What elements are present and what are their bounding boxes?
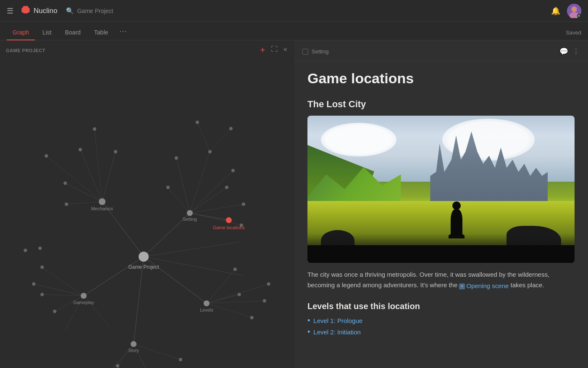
node-sm-18	[53, 310, 56, 313]
graph-svg[interactable]: Game Project Mechanics Setting Game loca…	[0, 40, 294, 368]
node-mechanics	[99, 199, 105, 205]
node-sm-6	[65, 203, 68, 206]
node-sm-22	[238, 293, 241, 296]
node-sm-13	[240, 223, 243, 227]
node-sm-4	[45, 154, 48, 158]
node-sm-5	[93, 127, 96, 131]
nav-tabs: Graph List Board Table ⋯ Saved	[0, 22, 588, 40]
node-story	[131, 341, 136, 347]
node-sm-17	[40, 265, 44, 269]
document-actions: 💬 ⋮	[559, 47, 580, 56]
levels-list: Level 1: Prologue Level 2: Initiation	[307, 316, 575, 336]
node-gameplay	[81, 293, 87, 299]
node-sm-24	[250, 316, 254, 319]
more-tabs-button[interactable]: ⋯	[116, 22, 130, 40]
more-options-button[interactable]: ⋮	[572, 47, 580, 56]
node-sm-20	[24, 249, 27, 252]
node-sm-1	[79, 148, 82, 151]
search-bar[interactable]: 🔍 Game Project	[66, 7, 113, 15]
opening-scene-link[interactable]: ≡ Opening scene	[459, 281, 509, 291]
avatar-status-dot	[577, 14, 581, 18]
search-icon: 🔍	[66, 7, 74, 15]
logo-text: Nuclino	[34, 7, 58, 15]
node-sm-3	[114, 150, 117, 154]
svg-rect-4	[0, 40, 294, 368]
node-sm-23	[263, 299, 266, 302]
search-text: Game Project	[77, 8, 113, 14]
main-content: GAME PROJECT + ⛶ «	[0, 40, 588, 368]
node-levels	[204, 300, 210, 306]
topbar-right: 🔔	[551, 4, 581, 18]
svg-text:Mechanics: Mechanics	[91, 206, 113, 211]
document-header: Setting 💬 ⋮	[294, 40, 588, 61]
menu-icon[interactable]: ☰	[7, 6, 13, 16]
svg-point-2	[572, 7, 576, 11]
node-sm-16	[32, 282, 35, 286]
panel-actions: + ⛶ «	[259, 45, 288, 56]
add-node-button[interactable]: +	[259, 45, 266, 56]
project-label: GAME PROJECT	[6, 48, 45, 53]
node-sm-28	[116, 364, 119, 368]
topbar: ☰ Nuclino 🔍 Game Project 🔔	[0, 0, 588, 22]
graph-panel: GAME PROJECT + ⛶ «	[0, 40, 294, 368]
comment-button[interactable]: 💬	[559, 47, 568, 56]
node-sm-19	[40, 293, 44, 296]
document-title: Game locations	[307, 70, 575, 87]
lost-city-image	[307, 116, 575, 263]
notification-icon[interactable]: 🔔	[551, 6, 560, 16]
expand-button[interactable]: ⛶	[270, 45, 278, 56]
node-sm-21	[38, 246, 42, 250]
node-sm-10	[225, 186, 228, 189]
tab-graph[interactable]: Graph	[7, 25, 35, 40]
tab-list[interactable]: List	[37, 25, 58, 40]
node-sm-26	[267, 282, 270, 286]
node-game-project	[139, 252, 149, 262]
avatar[interactable]	[567, 4, 581, 18]
svg-text:Setting: Setting	[183, 217, 197, 222]
svg-text:Levels: Levels	[200, 307, 213, 312]
document-panel: Setting 💬 ⋮ Game locations The Lost City	[294, 40, 588, 368]
logo[interactable]: Nuclino	[19, 5, 58, 17]
node-sm-11	[166, 186, 170, 189]
graph-panel-header: GAME PROJECT + ⛶ «	[0, 40, 294, 60]
section-levels: Levels that use this location	[307, 302, 575, 311]
tab-board[interactable]: Board	[59, 25, 87, 40]
svg-text:Game Project: Game Project	[128, 264, 159, 270]
node-sm-15	[196, 121, 199, 124]
document-body: Game locations The Lost City	[294, 61, 588, 356]
svg-text:Story: Story	[128, 348, 139, 353]
node-setting	[187, 210, 193, 216]
node-sm-27	[179, 358, 182, 361]
breadcrumb-label: Setting	[312, 48, 328, 55]
node-sm-2	[63, 182, 67, 185]
link-doc-icon: ≡	[459, 283, 465, 289]
section-lost-city: The Lost City	[307, 99, 575, 110]
svg-text:Gameplay: Gameplay	[73, 300, 94, 305]
breadcrumb-checkbox-icon	[302, 49, 308, 55]
node-sm-8	[208, 150, 212, 154]
breadcrumb: Setting	[302, 48, 328, 55]
node-sm-14	[229, 127, 233, 130]
node-sm-9	[231, 169, 235, 172]
description-paragraph: The city was once a thriving metropolis.…	[307, 270, 575, 291]
saved-badge: Saved	[566, 29, 581, 36]
tab-table[interactable]: Table	[88, 25, 114, 40]
collapse-button[interactable]: «	[283, 45, 288, 56]
node-sm-25	[234, 267, 237, 271]
node-game-locations	[226, 217, 232, 223]
node-sm-7	[175, 156, 178, 160]
level-item-1[interactable]: Level 1: Prologue	[307, 316, 575, 325]
level-item-2[interactable]: Level 2: Initiation	[307, 328, 575, 336]
node-sm-12	[242, 203, 245, 206]
logo-icon	[19, 5, 30, 17]
